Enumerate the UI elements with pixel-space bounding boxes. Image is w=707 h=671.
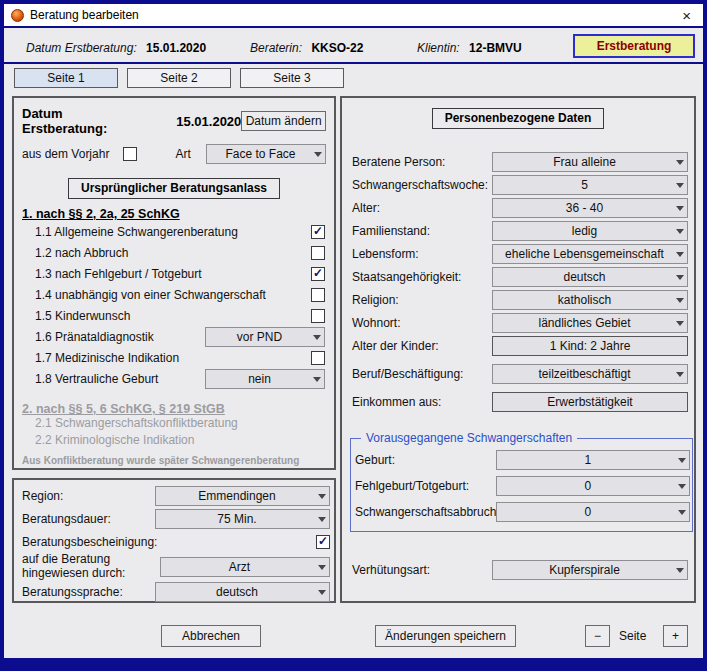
hingewiesen-select[interactable]: Arzt	[160, 557, 330, 577]
anlass-item-label: 1.4 unabhängig von einer Schwangerschaft	[35, 288, 266, 302]
abbruch-select[interactable]: 0	[496, 502, 690, 522]
header-klientin-label: Klientin:	[417, 41, 460, 55]
art-label: Art	[175, 147, 190, 161]
chevron-down-icon	[314, 152, 322, 161]
titlebar[interactable]: Beratung bearbeiten ×	[4, 4, 703, 28]
hingewiesen-label: auf die Beratung hingewiesen durch:	[22, 553, 160, 579]
anlass-item-1-3: 1.3 nach Fehlgeburt / Totgeburt	[22, 263, 325, 284]
row-label: Schwangerschaftsabbruch	[355, 505, 496, 519]
vorjahr-checkbox[interactable]	[123, 147, 137, 161]
schwangerschaftswoche-select[interactable]: 5	[492, 175, 688, 195]
vorjahr-label: aus dem Vorjahr	[22, 147, 109, 161]
select-value: teilzeitbeschäftigt	[493, 367, 676, 381]
row-label: Alter:	[352, 201, 380, 215]
anlass-item-label: 1.3 nach Fehlgeburt / Totgeburt	[35, 267, 202, 281]
erstberatung-badge[interactable]: Erstberatung	[573, 34, 695, 58]
chevron-down-icon	[676, 183, 684, 192]
anlass-item-1-4: 1.4 unabhängig von einer Schwangerschaft	[22, 284, 325, 305]
anlass-item-label: 1.2 nach Abbruch	[35, 246, 128, 260]
anlass-item-label: 1.6 Pränataldiagnostik	[35, 330, 154, 344]
anlass-item-1-5: 1.5 Kinderwunsch	[22, 305, 325, 326]
sprache-select[interactable]: deutsch	[155, 582, 330, 602]
checkbox-1-5[interactable]	[311, 309, 325, 323]
dauer-label: Beratungsdauer:	[22, 512, 111, 526]
chevron-down-icon	[676, 160, 684, 169]
header-date: Datum Erstberatung: 15.01.2020	[26, 41, 206, 55]
wohnort-select[interactable]: ländliches Gebiet	[492, 313, 688, 333]
chevron-down-icon	[676, 229, 684, 238]
date-label: Datum Erstberatung:	[22, 106, 146, 136]
chevron-down-icon	[676, 568, 684, 577]
fehlgeburt-select[interactable]: 0	[496, 476, 690, 496]
staatsangehoerigkeit-select[interactable]: deutsch	[492, 267, 688, 287]
select-value: Kupferspirale	[493, 563, 676, 577]
geburt-select[interactable]: 1	[496, 450, 690, 470]
chevron-down-icon	[318, 517, 326, 526]
checkbox-1-7[interactable]	[311, 351, 325, 365]
cancel-button[interactable]: Abbrechen	[161, 625, 261, 647]
app-icon	[11, 9, 24, 22]
checkbox-1-1[interactable]	[311, 225, 325, 239]
region-label: Region:	[22, 489, 63, 503]
chevron-down-icon	[676, 275, 684, 284]
verhuetung-select[interactable]: Kupferspirale	[492, 560, 688, 580]
checkbox-1-3[interactable]	[311, 267, 325, 281]
section2-title: 2. nach §§ 5, 6 SchKG, § 219 StGB	[22, 402, 326, 416]
page-minus-button[interactable]: −	[585, 625, 610, 647]
row-label: Einkommen aus:	[352, 395, 441, 409]
chevron-down-icon	[676, 298, 684, 307]
chevron-down-icon	[678, 484, 686, 493]
tab-seite-2[interactable]: Seite 2	[127, 68, 231, 88]
beratene-person-row: Beratene Person: Frau alleine	[342, 150, 694, 173]
row-label: Fehlgeburt/Totgeburt:	[355, 479, 469, 493]
alter-row: Alter: 36 - 40	[342, 196, 694, 219]
date-row: Datum Erstberatung: 15.01.2020 Datum änd…	[22, 106, 326, 136]
religion-select[interactable]: katholisch	[492, 290, 688, 310]
chevron-down-icon	[676, 252, 684, 261]
geburt-row: Geburt: 1	[351, 447, 692, 473]
chevron-down-icon	[318, 565, 326, 574]
bescheinigung-checkbox[interactable]	[316, 535, 330, 549]
anlass-item-1-7: 1.7 Medizinische Indikation	[22, 347, 325, 368]
tab-seite-1[interactable]: Seite 1	[14, 68, 118, 88]
header-klientin-value: 12-BMVU	[469, 41, 522, 55]
checkbox-1-4[interactable]	[311, 288, 325, 302]
anlass-item-label: 1.5 Kinderwunsch	[35, 309, 130, 323]
hingewiesen-select-value: Arzt	[161, 560, 318, 574]
anlass-item-1-1: 1.1 Allgemeine Schwangerenberatung	[22, 221, 325, 242]
change-date-button[interactable]: Datum ändern	[241, 111, 326, 131]
verhuetung-row: Verhütungsart: Kupferspirale	[342, 558, 694, 581]
alter-der-kinder-field[interactable]: 1 Kind: 2 Jahre	[492, 336, 688, 356]
anlass-item-label: 1.1 Allgemeine Schwangerenberatung	[35, 225, 238, 239]
beruf-select[interactable]: teilzeitbeschäftigt	[492, 364, 688, 384]
wohnort-row: Wohnort: ländliches Gebiet	[342, 311, 694, 334]
row-label: Beratene Person:	[352, 155, 445, 169]
familienstand-select[interactable]: ledig	[492, 221, 688, 241]
header-beraterin-label: Beraterin:	[250, 41, 302, 55]
lebensform-select[interactable]: eheliche Lebensgemeinschaft	[492, 244, 688, 264]
vertrauliche-geburt-value: nein	[206, 372, 313, 386]
region-select[interactable]: Emmendingen	[155, 486, 330, 506]
select-value: 1	[497, 453, 678, 467]
dauer-select[interactable]: 75 Min.	[155, 509, 330, 529]
row-label: Familienstand:	[352, 224, 430, 238]
chevron-down-icon	[318, 590, 326, 599]
vertrauliche-geburt-select[interactable]: nein	[205, 369, 325, 389]
save-button[interactable]: Änderungen speichern	[375, 625, 516, 647]
close-icon[interactable]: ×	[677, 8, 696, 23]
beratene-person-select[interactable]: Frau alleine	[492, 152, 688, 172]
abbruch-row: Schwangerschaftsabbruch 0	[351, 499, 692, 525]
pnd-select[interactable]: vor PND	[205, 327, 325, 347]
checkbox-1-2[interactable]	[311, 246, 325, 260]
tab-seite-3[interactable]: Seite 3	[240, 68, 344, 88]
page-plus-button[interactable]: +	[663, 625, 688, 647]
beratung-details-panel: Region: Emmendingen Beratungsdauer: 75 M…	[12, 478, 336, 603]
hingewiesen-row: auf die Beratung hingewiesen durch: Arzt	[14, 553, 334, 580]
chevron-down-icon	[678, 458, 686, 467]
alter-select[interactable]: 36 - 40	[492, 198, 688, 218]
art-select[interactable]: Face to Face	[206, 144, 326, 164]
select-value: 0	[497, 505, 678, 519]
select-value: ledig	[493, 224, 676, 238]
anlass-item-label: 1.7 Medizinische Indikation	[35, 351, 179, 365]
einkommen-field[interactable]: Erwerbstätigkeit	[492, 392, 688, 412]
